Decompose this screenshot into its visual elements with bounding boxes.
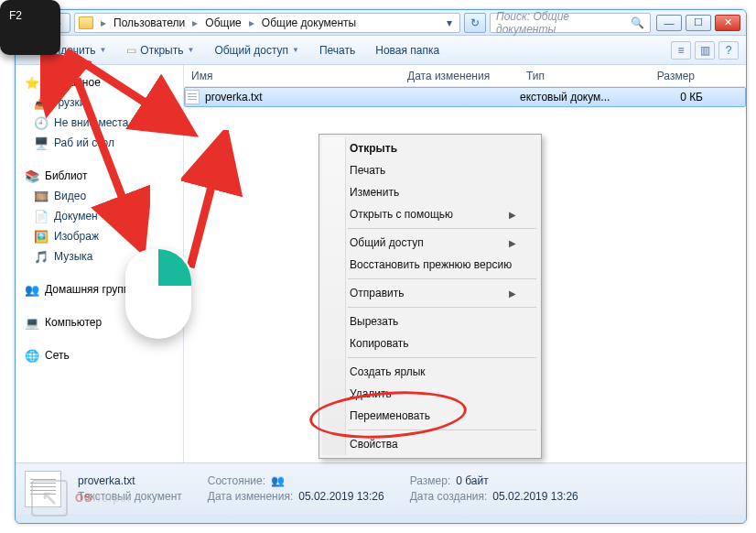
search-input[interactable]: Поиск: Общие документы 🔍 [490, 13, 651, 33]
file-row-selected[interactable]: proverka.txt екстовый докум... 0 КБ [184, 87, 746, 107]
folder-icon [79, 16, 93, 29]
address-bar[interactable]: ▸ Пользователи ▸ Общие ▸ Общие документы… [74, 13, 460, 33]
new-folder-button[interactable]: Новая папка [368, 41, 447, 60]
cursor-icon: ↖ [31, 480, 68, 517]
close-button[interactable]: ✕ [715, 15, 740, 31]
menu-separator [348, 228, 536, 229]
mouse-rightclick-illustration [125, 249, 191, 339]
annotation-arrow [181, 130, 254, 277]
help-button[interactable]: ? [718, 41, 739, 60]
window-controls: — ☐ ✕ [656, 15, 740, 31]
menu-separator [348, 307, 536, 308]
chevron-right-icon: ▸ [97, 16, 110, 29]
ctx-shortcut[interactable]: Создать ярлык [322, 361, 538, 383]
computer-icon: 💻 [25, 315, 39, 330]
column-headers: Имя Дата изменения Тип Размер [184, 65, 746, 87]
minimize-button[interactable]: — [656, 15, 682, 31]
breadcrumb[interactable]: Общие документы [262, 16, 356, 29]
shared-icon: 👥 [271, 474, 285, 487]
file-size: 0 КБ [639, 91, 703, 103]
status-state-label: Состояние: [208, 474, 265, 487]
menu-separator [348, 278, 536, 279]
col-size[interactable]: Размер [638, 70, 702, 82]
print-button[interactable]: Печать [312, 41, 362, 60]
ctx-open[interactable]: Открыть [322, 137, 538, 159]
search-icon: 🔍 [631, 16, 644, 29]
search-placeholder: Поиск: Общие документы [496, 10, 631, 36]
library-icon: 📚 [25, 169, 39, 183]
submenu-arrow-icon: ▶ [509, 288, 516, 299]
titlebar: ◄ ▸ ▸ Пользователи ▸ Общие ▸ Общие докум… [16, 10, 746, 36]
refresh-button[interactable]: ↻ [464, 13, 486, 33]
ctx-sendto[interactable]: Отправить▶ [322, 282, 538, 304]
breadcrumb[interactable]: Пользователи [113, 16, 185, 29]
chevron-right-icon: ▸ [245, 16, 258, 29]
col-type[interactable]: Тип [519, 70, 638, 82]
breadcrumb[interactable]: Общие [205, 16, 241, 29]
status-cdate: 05.02.2019 13:26 [492, 490, 578, 503]
status-size: 0 байт [456, 474, 488, 487]
address-dropdown[interactable]: ▾ [443, 16, 456, 29]
file-type: екстовый докум... [520, 91, 639, 103]
ctx-share[interactable]: Общий доступ▶ [322, 232, 538, 254]
view-options-button[interactable]: ≡ [671, 41, 691, 60]
view-controls: ≡ ▥ ? [671, 41, 739, 60]
menu-separator [348, 357, 536, 358]
ctx-print[interactable]: Печать [322, 159, 538, 181]
submenu-arrow-icon: ▶ [509, 210, 516, 220]
ctx-restore[interactable]: Восстановить прежнюю версию [322, 254, 538, 276]
col-date[interactable]: Дата изменения [400, 70, 519, 82]
status-size-label: Размер: [410, 474, 451, 487]
watermark: ↖ OSHelper [31, 480, 133, 517]
ctx-edit[interactable]: Изменить [322, 181, 538, 203]
preview-pane-button[interactable]: ▥ [695, 41, 715, 60]
homegroup-icon: 👥 [25, 282, 39, 297]
submenu-arrow-icon: ▶ [509, 238, 516, 248]
maximize-button[interactable]: ☐ [686, 15, 711, 31]
ctx-cut[interactable]: Вырезать [322, 310, 538, 332]
sidebar-network[interactable]: 🌐Сеть [19, 345, 179, 365]
star-icon: ⭐ [25, 75, 39, 90]
f2-key-overlay: F2 [0, 0, 60, 55]
status-mdate: 05.02.2019 13:26 [298, 490, 383, 503]
ctx-openwith[interactable]: Открыть с помощью▶ [322, 203, 538, 225]
chevron-right-icon: ▸ [189, 16, 201, 29]
ctx-copy[interactable]: Копировать [322, 332, 538, 354]
status-mdate-label: Дата изменения: [208, 490, 294, 503]
status-cdate-label: Дата создания: [410, 490, 488, 503]
network-icon: 🌐 [25, 348, 39, 363]
